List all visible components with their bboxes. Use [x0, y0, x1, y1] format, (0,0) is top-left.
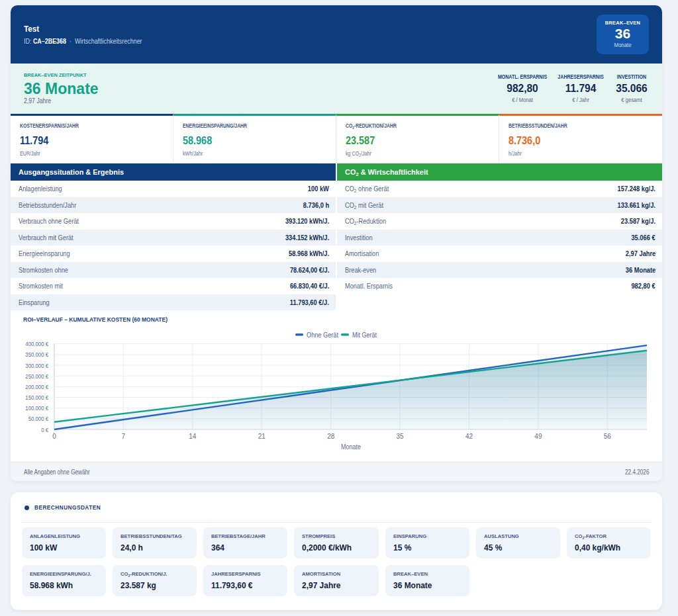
svg-text:Monate: Monate [341, 443, 361, 451]
svg-text:ROI–VERLAUF – KUMULATIVE KOSTE: ROI–VERLAUF – KUMULATIVE KOSTEN (60 MONA… [23, 316, 168, 323]
svg-text:250.000 €: 250.000 € [25, 373, 48, 380]
svg-text:400.000 €: 400.000 € [25, 340, 48, 347]
svg-text:42: 42 [465, 433, 473, 440]
svg-text:350.000 €: 350.000 € [25, 351, 48, 358]
svg-text:Mit Gerät: Mit Gerät [352, 331, 377, 339]
svg-text:21: 21 [258, 433, 266, 440]
svg-text:Ohne Gerät: Ohne Gerät [307, 331, 338, 339]
svg-text:56: 56 [604, 433, 612, 440]
svg-text:150.000 €: 150.000 € [25, 394, 48, 401]
svg-text:7: 7 [122, 433, 126, 440]
svg-text:0: 0 [52, 433, 56, 440]
svg-text:50.000 €: 50.000 € [28, 415, 49, 422]
svg-text:0 €: 0 € [41, 426, 48, 433]
svg-text:49: 49 [534, 433, 542, 440]
svg-text:200.000 €: 200.000 € [25, 383, 48, 390]
svg-text:28: 28 [327, 433, 335, 440]
svg-text:100.000 €: 100.000 € [25, 404, 48, 412]
svg-text:300.000 €: 300.000 € [25, 362, 48, 369]
svg-text:35: 35 [397, 433, 405, 440]
svg-text:14: 14 [189, 433, 197, 440]
